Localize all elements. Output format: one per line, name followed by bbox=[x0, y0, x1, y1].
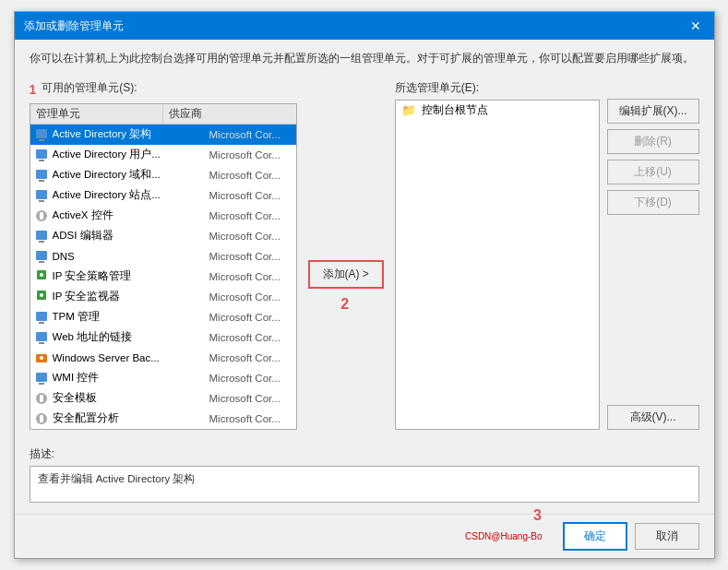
list-item-name: Active Directory 用户... bbox=[53, 148, 209, 161]
list-item-name: 安全配置分析 bbox=[53, 411, 209, 425]
number1-badge: 1 bbox=[30, 82, 37, 97]
cancel-button[interactable]: 取消 bbox=[635, 523, 699, 550]
svg-rect-29 bbox=[40, 415, 43, 422]
list-item[interactable]: Windows Server Bac... Microsoft Cor... bbox=[30, 348, 296, 368]
available-list-container: 管理单元 供应商 Active Directory 架构 Microsoft C… bbox=[30, 103, 297, 430]
list-item-vendor: Microsoft Cor... bbox=[209, 413, 292, 424]
right-panel: 所选管理单元(E): 📁 控制台根节点 bbox=[395, 80, 600, 430]
list-item-name: Web 地址的链接 bbox=[53, 330, 209, 344]
left-panel: 1 可用的管理单元(S): 管理单元 供应商 Active Directory … bbox=[30, 80, 297, 430]
available-list-body[interactable]: Active Directory 架构 Microsoft Cor... Act… bbox=[30, 125, 296, 429]
list-item-name: IP 安全策略管理 bbox=[53, 269, 209, 283]
list-item-name: Active Directory 域和... bbox=[53, 168, 209, 182]
list-item[interactable]: ActiveX 控件 Microsoft Cor... bbox=[30, 206, 296, 226]
list-item-icon bbox=[34, 148, 49, 162]
list-item[interactable]: DNS Microsoft Cor... bbox=[30, 246, 296, 267]
list-item-icon bbox=[34, 350, 49, 365]
advanced-button[interactable]: 高级(V)... bbox=[607, 405, 699, 430]
list-item-icon bbox=[34, 290, 49, 304]
svg-point-23 bbox=[40, 356, 43, 360]
list-item-vendor: Microsoft Cor... bbox=[209, 352, 292, 363]
list-item[interactable]: WMI 控件 Microsoft Cor... bbox=[30, 368, 296, 388]
move-up-button[interactable]: 上移(U) bbox=[607, 160, 699, 184]
list-item-name: ADSI 编辑器 bbox=[53, 229, 209, 243]
list-item-name: 安全模板 bbox=[53, 391, 209, 405]
list-item-icon bbox=[34, 411, 49, 426]
close-button[interactable]: ✕ bbox=[686, 17, 705, 35]
available-list-header: 管理单元 供应商 bbox=[30, 104, 296, 125]
remove-button[interactable]: 删除(R) bbox=[607, 129, 699, 154]
list-item[interactable]: Active Directory 用户... Microsoft Cor... bbox=[30, 145, 296, 165]
svg-rect-6 bbox=[36, 190, 47, 199]
main-dialog: 添加或删除管理单元 ✕ 你可以在计算机上为此控制台选择可用的管理单元并配置所选的… bbox=[14, 11, 715, 558]
list-item[interactable]: TPM 管理 Microsoft Cor... bbox=[30, 307, 296, 327]
list-item-vendor: Microsoft Cor... bbox=[209, 190, 292, 201]
description-text: 你可以在计算机上为此控制台选择可用的管理单元并配置所选的一组管理单元。对于可扩展… bbox=[30, 51, 699, 66]
list-item[interactable]: ADSI 编辑器 Microsoft Cor... bbox=[30, 226, 296, 246]
list-item-vendor: Microsoft Cor... bbox=[209, 210, 292, 221]
list-item-icon bbox=[34, 391, 49, 406]
list-item[interactable]: IP 安全监视器 Microsoft Cor... bbox=[30, 287, 296, 307]
list-item-icon bbox=[34, 208, 49, 223]
list-item-name: Active Directory 站点... bbox=[53, 188, 209, 202]
list-item-vendor: Microsoft Cor... bbox=[209, 332, 292, 343]
list-item-name: ActiveX 控件 bbox=[53, 208, 209, 222]
list-item-name: WMI 控件 bbox=[53, 371, 209, 385]
svg-rect-21 bbox=[39, 342, 44, 344]
list-item[interactable]: 安全模板 Microsoft Cor... bbox=[30, 388, 296, 409]
svg-rect-25 bbox=[39, 383, 44, 385]
dialog-body: 你可以在计算机上为此控制台选择可用的管理单元并配置所选的一组管理单元。对于可扩展… bbox=[15, 40, 714, 513]
svg-rect-1 bbox=[39, 139, 44, 141]
list-item-vendor: Microsoft Cor... bbox=[209, 170, 292, 181]
selected-list-container[interactable]: 📁 控制台根节点 bbox=[395, 100, 600, 430]
list-item-name: DNS bbox=[53, 251, 209, 262]
svg-point-15 bbox=[40, 273, 43, 277]
svg-rect-9 bbox=[40, 212, 43, 220]
selected-list-item: 📁 控制台根节点 bbox=[396, 101, 599, 121]
svg-rect-10 bbox=[36, 231, 47, 240]
list-item-vendor: Microsoft Cor... bbox=[209, 373, 292, 384]
list-item[interactable]: Active Directory 站点... Microsoft Cor... bbox=[30, 185, 296, 206]
available-label: 可用的管理单元(S): bbox=[42, 80, 137, 96]
svg-rect-27 bbox=[40, 395, 43, 402]
list-item-vendor: Microsoft Cor... bbox=[209, 149, 292, 160]
dialog-title: 添加或删除管理单元 bbox=[24, 18, 124, 34]
move-down-button[interactable]: 下移(D) bbox=[607, 190, 699, 215]
list-item-icon bbox=[34, 188, 49, 203]
svg-rect-4 bbox=[36, 170, 47, 179]
list-item-name: Windows Server Bac... bbox=[53, 352, 209, 363]
list-item[interactable]: Active Directory 域和... Microsoft Cor... bbox=[30, 165, 296, 185]
svg-rect-20 bbox=[36, 332, 47, 341]
description-label: 描述: bbox=[30, 446, 699, 462]
svg-rect-11 bbox=[39, 241, 44, 243]
list-item-icon bbox=[34, 229, 49, 243]
selected-item-name: 控制台根节点 bbox=[422, 103, 488, 117]
list-item-vendor: Microsoft Cor... bbox=[209, 271, 292, 282]
list-item[interactable]: Active Directory 架构 Microsoft Cor... bbox=[30, 125, 296, 145]
right-area: 所选管理单元(E): 📁 控制台根节点 编辑扩展(X)... 删除(R) 上移(… bbox=[395, 80, 699, 430]
list-item[interactable]: Web 地址的链接 Microsoft Cor... bbox=[30, 327, 296, 348]
folder-icon: 📁 bbox=[401, 103, 416, 118]
svg-rect-24 bbox=[36, 373, 47, 382]
edit-extensions-button[interactable]: 编辑扩展(X)... bbox=[607, 99, 699, 124]
list-item-icon bbox=[34, 310, 49, 325]
middle-panel: 添加(A) > 2 bbox=[304, 80, 388, 430]
list-item-vendor: Microsoft Cor... bbox=[209, 251, 292, 262]
list-item[interactable]: 安全配置分析 Microsoft Cor... bbox=[30, 409, 296, 429]
list-item-icon bbox=[34, 127, 49, 142]
list-item-icon bbox=[34, 330, 49, 345]
list-item-icon bbox=[34, 371, 49, 386]
list-item-vendor: Microsoft Cor... bbox=[209, 291, 292, 303]
list-item[interactable]: IP 安全策略管理 Microsoft Cor... bbox=[30, 267, 296, 287]
list-item-vendor: Microsoft Cor... bbox=[209, 312, 292, 323]
list-item-vendor: Microsoft Cor... bbox=[209, 393, 292, 404]
ok-button[interactable]: 确定 bbox=[563, 522, 627, 551]
list-item-name: TPM 管理 bbox=[53, 310, 209, 324]
add-button[interactable]: 添加(A) > bbox=[308, 260, 384, 289]
action-buttons: 编辑扩展(X)... 删除(R) 上移(U) 下移(D) 高级(V)... bbox=[607, 80, 699, 430]
number2-badge: 2 bbox=[340, 296, 349, 313]
footer: 3 CSDN@Huang-Bo 确定 取消 bbox=[15, 514, 714, 558]
svg-rect-12 bbox=[36, 251, 47, 260]
svg-rect-18 bbox=[36, 312, 47, 321]
svg-rect-7 bbox=[39, 200, 44, 202]
